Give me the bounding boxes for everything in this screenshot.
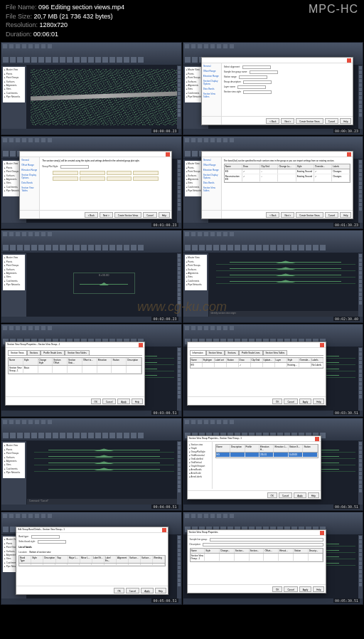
tree-item[interactable]: ▸ Section view (189, 443, 210, 446)
tab[interactable]: Sections (225, 350, 239, 355)
field-input[interactable] (243, 90, 272, 94)
table-row[interactable] (19, 564, 165, 566)
app-ribbon[interactable] (1, 243, 181, 253)
video-thumbnail[interactable]: ▸ Master View▸ Points▸ Point Groups▸ Sur… (1, 418, 182, 511)
dialog-button[interactable]: Help (340, 212, 351, 218)
toolspace-sidebar[interactable]: ▸ Master View▸ Points▸ Point Groups▸ Sur… (1, 65, 27, 129)
dialog-button[interactable]: Help (313, 398, 324, 404)
dialog-button[interactable]: < Back (266, 212, 279, 218)
data-table[interactable]: NameDescriptionProfileElevation H...Elev… (215, 444, 318, 458)
tab[interactable]: Section Views (8, 350, 27, 355)
video-thumbnail[interactable]: ▸ Master View▸ Points▸ Point Groups▸ Sur… (1, 230, 182, 323)
nav-item[interactable]: Section View Tables (21, 186, 38, 192)
dialog-button[interactable]: Apply (299, 398, 312, 404)
tab[interactable]: Section View Tables (65, 350, 90, 355)
data-table[interactable]: Band TypeStyleDescriptionGapMajor L...Mi… (18, 555, 166, 566)
dialog-button[interactable]: Help (308, 492, 319, 498)
nav-item[interactable]: General (203, 65, 220, 68)
tree-item[interactable]: ▸ GridHorizontal (189, 454, 210, 457)
video-thumbnail[interactable]: ▸ Master View▸ Points▸ Point Groups▸ Sur… (183, 42, 364, 135)
video-thumbnail[interactable]: ▸ Master View▸ Points▸ Point Groups▸ Sur… (1, 42, 182, 135)
group-select[interactable] (60, 165, 89, 169)
table-row[interactable]: Section View Group - 1Basic (9, 366, 141, 374)
select[interactable] (38, 540, 66, 544)
prospector-tree[interactable]: ▸ Master View▸ Points▸ Point Groups▸ Sur… (3, 443, 25, 478)
close-icon[interactable] (139, 343, 143, 347)
side-toolbar[interactable] (177, 535, 181, 598)
app-ribbon[interactable] (1, 431, 181, 441)
video-thumbnail[interactable]: ▸ Master View▸ Points▸ Point Groups▸ Sur… (1, 136, 182, 229)
dialog-button[interactable]: Cancel (284, 398, 297, 404)
dialog-button[interactable]: Next > (281, 118, 294, 124)
video-thumbnail[interactable]: ▸ Master View▸ Points▸ Point Groups▸ Sur… (183, 136, 364, 229)
tab[interactable]: Sections (27, 350, 41, 355)
dialog-tabs[interactable]: Section ViewsSectionsProfile Grade Lines… (8, 350, 142, 356)
dialog-nav[interactable]: GeneralOffset RangeElevation RangeSectio… (202, 157, 222, 219)
drawing-canvas[interactable] (27, 65, 181, 129)
side-toolbar[interactable] (358, 65, 363, 129)
tab[interactable]: Profile Grade Lines (239, 350, 263, 355)
side-toolbar[interactable] (177, 347, 181, 411)
nav-item[interactable]: Data Bands (21, 181, 38, 184)
tree-item[interactable]: ▸ AnnoLabels (189, 475, 210, 478)
dialog-nav[interactable]: GeneralOffset RangeElevation RangeSectio… (20, 157, 40, 219)
nav-item[interactable]: Section View Tables (203, 93, 220, 98)
dialog-button[interactable]: Cancel (102, 398, 116, 404)
dialog-button[interactable]: Cancel (143, 212, 156, 218)
dialog-button[interactable]: Help (132, 398, 143, 404)
dialog-button[interactable]: Help (155, 588, 166, 593)
field-input[interactable] (239, 75, 267, 79)
drawing-canvas[interactable]: Command: *Cancel* (27, 441, 181, 505)
tree-item[interactable]: ▸ GraphViewport (189, 465, 210, 468)
video-thumbnail[interactable]: ▸ Master View▸ Points▸ Point Groups▸ Sur… (1, 512, 182, 605)
dialog-button[interactable]: OK (114, 588, 124, 593)
dialog-button[interactable]: OK (272, 398, 282, 404)
dialog-button[interactable]: Next > (281, 212, 294, 218)
field-input[interactable] (203, 543, 323, 546)
dialog-button[interactable]: < Back (266, 118, 279, 124)
video-thumbnail[interactable]: InformationSection ViewsSectionsProfile … (183, 324, 364, 417)
video-thumbnail[interactable]: ▸ Master View▸ Points▸ Point Groups▸ Sur… (183, 230, 364, 323)
side-toolbar[interactable] (358, 535, 363, 598)
tree-item[interactable]: ▸ AnnoScale (189, 472, 210, 475)
nav-item[interactable]: Elevation Range (21, 169, 38, 171)
close-icon[interactable] (320, 343, 324, 347)
side-toolbar[interactable] (177, 65, 181, 129)
tab[interactable]: Section Views (206, 350, 225, 355)
nav-item[interactable]: Offset Range (21, 164, 38, 167)
dialog-button[interactable]: Help (340, 118, 351, 124)
dialog-button[interactable]: Cancel (284, 586, 297, 592)
app-ribbon[interactable] (183, 243, 363, 253)
side-toolbar[interactable] (358, 253, 363, 317)
side-toolbar[interactable] (358, 441, 363, 505)
drawing-canvas[interactable]: 0+00.00 (27, 253, 181, 317)
data-table[interactable]: NameStyleChange StyleSection OffsetSecti… (8, 357, 142, 374)
side-toolbar[interactable] (358, 159, 363, 223)
nav-item[interactable]: Offset Range (203, 70, 220, 73)
section-views[interactable] (34, 448, 174, 497)
dialog-button[interactable]: Next > (100, 212, 113, 218)
nav-item[interactable]: Offset Range (203, 164, 220, 167)
app-ribbon[interactable] (1, 56, 181, 65)
dialog-button[interactable]: Apply (294, 492, 306, 498)
close-icon[interactable] (347, 58, 351, 63)
tree-item[interactable]: ▸ GridVertical (189, 461, 210, 464)
tab[interactable]: Information (190, 350, 206, 355)
section-views[interactable] (216, 260, 356, 310)
dialog-button[interactable]: Help (159, 212, 170, 218)
side-toolbar[interactable] (177, 253, 181, 317)
close-icon[interactable] (347, 152, 351, 157)
table-row[interactable]: Section View Group - 1 (191, 554, 323, 561)
nav-item[interactable]: Data Bands (203, 181, 220, 184)
field-input[interactable] (250, 70, 278, 74)
table-row[interactable]: Reconstruction EG✓○Existing Ground✓Chang… (225, 174, 350, 182)
close-icon[interactable] (162, 528, 166, 532)
nav-item[interactable]: Section View Tables (203, 186, 220, 192)
nav-item[interactable]: Section Display Options (203, 80, 220, 85)
table-row[interactable]: EG✓○Existing Ground✓Changes (225, 169, 350, 174)
data-table[interactable]: NameStyle/genLabel setStationDrawClip Gr… (190, 357, 324, 369)
data-table[interactable]: NameDrawClip GridChange La...StyleOverri… (224, 164, 351, 183)
close-icon[interactable] (315, 437, 319, 441)
side-toolbar[interactable] (177, 159, 181, 223)
close-icon[interactable] (320, 531, 324, 535)
